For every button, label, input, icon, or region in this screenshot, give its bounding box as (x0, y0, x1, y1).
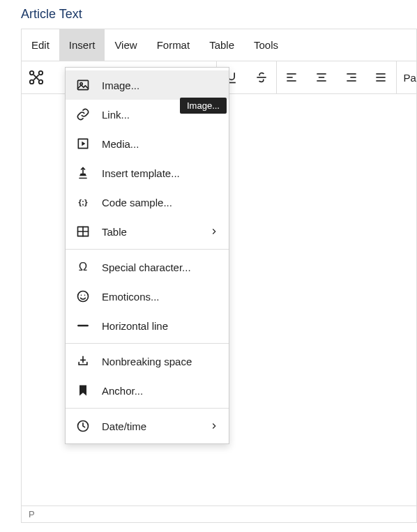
align-left-icon (285, 70, 298, 84)
toolbar-strike-button[interactable] (246, 61, 276, 93)
svg-rect-18 (78, 80, 89, 89)
toolbar-paragraph-select[interactable]: Pa (397, 61, 416, 93)
nonbreaking-icon (75, 354, 91, 369)
menu-item-date-time[interactable]: Date/time (66, 411, 229, 441)
menu-item-label: Media... (102, 138, 219, 150)
menu-item-label: Nonbreaking space (102, 356, 219, 367)
anchor-icon (75, 383, 91, 398)
menu-item-anchor[interactable]: Anchor... (66, 376, 229, 405)
svg-text:{;}: {;} (79, 197, 88, 206)
status-bar: P (22, 506, 416, 522)
code-sample-icon: {;} (75, 195, 91, 210)
tooltip: Image... (180, 98, 227, 114)
toolbar-align-justify-button[interactable] (366, 61, 396, 93)
svg-text:Ω: Ω (79, 260, 87, 273)
clock-icon (75, 418, 91, 434)
svg-point-0 (30, 71, 34, 75)
emoticon-icon (75, 289, 91, 304)
svg-point-2 (30, 80, 34, 84)
menu-item-table[interactable]: Table (66, 217, 229, 246)
menubar-item-table[interactable]: Table (199, 29, 244, 61)
svg-point-27 (78, 291, 89, 302)
menu-item-label: Anchor... (102, 385, 219, 397)
menu-item-code-sample[interactable]: {;}Code sample... (66, 188, 229, 217)
horizontal-line-icon (75, 318, 91, 333)
menubar-item-tools[interactable]: Tools (244, 29, 288, 61)
status-path[interactable]: P (29, 509, 35, 519)
menu-item-emoticons[interactable]: Emoticons... (66, 282, 229, 311)
toolbar-joomla-button[interactable] (22, 61, 52, 93)
menu-item-image[interactable]: Image... (66, 70, 229, 100)
template-icon (75, 165, 91, 181)
strikethrough-icon (255, 70, 268, 84)
menu-item-label: Special character... (102, 261, 219, 273)
svg-point-1 (39, 71, 43, 75)
menu-item-nonbreaking-space[interactable]: Nonbreaking space (66, 347, 229, 376)
menubar-item-insert[interactable]: Insert (59, 29, 105, 61)
menubar-item-view[interactable]: View (105, 29, 146, 61)
dropdown-divider (66, 343, 229, 344)
toolbar-align-left-button[interactable] (277, 61, 307, 93)
menubar-item-edit[interactable]: Edit (22, 29, 59, 61)
menu-item-label: Insert template... (102, 167, 219, 179)
menubar: EditInsertViewFormatTableTools (22, 29, 416, 61)
omega-icon: Ω (75, 259, 91, 275)
chevron-right-icon (209, 227, 219, 236)
chevron-right-icon (209, 421, 219, 431)
menu-item-label: Table (102, 226, 209, 238)
toolbar-align-center-button[interactable] (307, 61, 337, 93)
menu-item-special-character[interactable]: ΩSpecial character... (66, 252, 229, 282)
align-justify-icon (374, 70, 388, 84)
page-title: Article Text (0, 0, 417, 29)
dropdown-divider (66, 408, 229, 409)
svg-point-29 (84, 295, 86, 296)
media-icon (75, 136, 91, 151)
menu-item-horizontal-line[interactable]: Horizontal line (66, 311, 229, 340)
dropdown-divider (66, 249, 229, 250)
align-center-icon (314, 70, 328, 84)
menu-item-media[interactable]: Media... (66, 129, 229, 158)
image-icon (75, 77, 91, 93)
menu-item-label: Image... (102, 79, 219, 91)
link-icon (75, 107, 91, 122)
menu-item-label: Emoticons... (102, 291, 219, 303)
toolbar-align-right-button[interactable] (336, 61, 366, 93)
svg-point-3 (39, 80, 43, 84)
joomla-icon (29, 70, 44, 85)
menu-item-label: Date/time (102, 420, 209, 432)
menu-item-label: Horizontal line (102, 320, 219, 332)
menu-item-label: Code sample... (102, 197, 219, 208)
insert-menu-dropdown: Image...Link...Media...Insert template..… (65, 67, 229, 444)
table-icon (75, 224, 91, 239)
menu-item-insert-template[interactable]: Insert template... (66, 158, 229, 188)
align-right-icon (344, 70, 358, 84)
svg-point-28 (81, 295, 82, 296)
menubar-item-format[interactable]: Format (147, 29, 200, 61)
svg-marker-21 (82, 142, 85, 146)
